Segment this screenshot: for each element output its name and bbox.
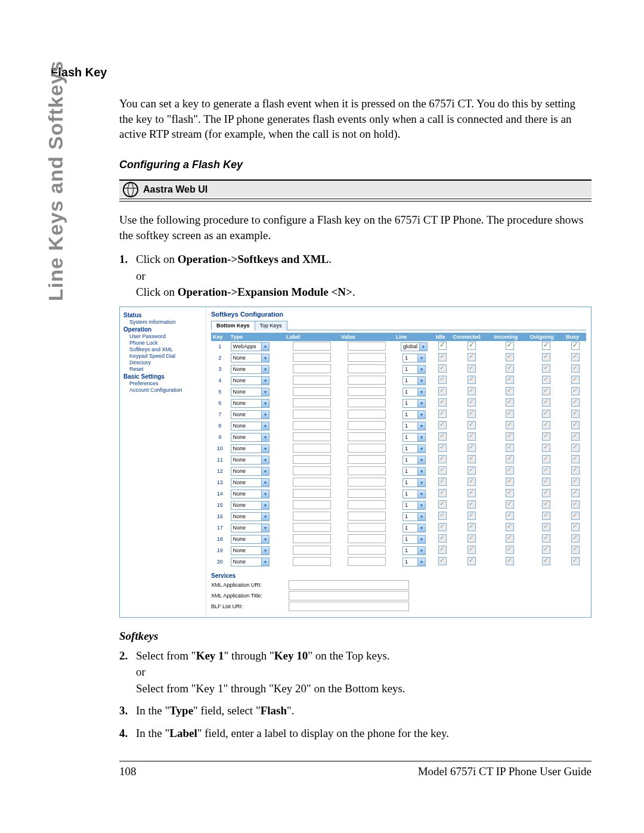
value-input[interactable] <box>348 376 386 385</box>
state-checkbox[interactable] <box>467 398 476 407</box>
type-select[interactable]: None▾ <box>231 376 270 385</box>
value-input[interactable] <box>348 489 386 498</box>
type-select[interactable]: None▾ <box>231 388 270 397</box>
line-select[interactable]: 1▾ <box>402 501 426 510</box>
state-checkbox[interactable] <box>506 489 514 497</box>
state-checkbox[interactable] <box>467 546 476 554</box>
type-select[interactable]: None▾ <box>231 490 270 498</box>
label-input[interactable] <box>293 376 331 385</box>
value-input[interactable] <box>348 353 386 362</box>
state-checkbox[interactable] <box>506 387 514 395</box>
state-checkbox[interactable] <box>542 364 550 373</box>
label-input[interactable] <box>293 364 331 373</box>
state-checkbox[interactable] <box>467 410 476 418</box>
state-checkbox[interactable] <box>542 421 550 429</box>
nav-prefs[interactable]: Preferences <box>129 380 205 386</box>
value-input[interactable] <box>348 557 386 566</box>
type-select[interactable]: None▾ <box>231 444 270 453</box>
type-select[interactable]: None▾ <box>231 365 270 374</box>
state-checkbox[interactable] <box>571 523 580 531</box>
state-checkbox[interactable] <box>467 455 476 463</box>
type-select[interactable]: None▾ <box>231 512 270 521</box>
state-checkbox[interactable] <box>438 342 447 350</box>
xml-app-title-input[interactable] <box>289 591 409 600</box>
state-checkbox[interactable] <box>438 466 447 475</box>
label-input[interactable] <box>293 512 331 521</box>
label-input[interactable] <box>293 353 331 362</box>
state-checkbox[interactable] <box>542 376 550 384</box>
state-checkbox[interactable] <box>542 387 550 395</box>
nav-directory[interactable]: Directory <box>129 360 205 366</box>
type-select[interactable]: WebApps▾ <box>231 342 270 351</box>
state-checkbox[interactable] <box>571 500 580 509</box>
xml-app-uri-input[interactable] <box>289 580 409 590</box>
state-checkbox[interactable] <box>467 478 476 486</box>
state-checkbox[interactable] <box>438 444 447 452</box>
line-select[interactable]: 1▾ <box>402 467 426 476</box>
label-input[interactable] <box>293 489 331 498</box>
line-select[interactable]: 1▾ <box>402 558 426 566</box>
value-input[interactable] <box>348 398 386 407</box>
state-checkbox[interactable] <box>542 455 550 463</box>
state-checkbox[interactable] <box>571 410 580 418</box>
state-checkbox[interactable] <box>542 534 550 543</box>
label-input[interactable] <box>293 432 331 441</box>
line-select[interactable]: 1▾ <box>402 490 426 498</box>
line-select[interactable]: 1▾ <box>402 388 426 397</box>
state-checkbox[interactable] <box>506 353 514 361</box>
state-checkbox[interactable] <box>438 478 447 486</box>
state-checkbox[interactable] <box>467 557 476 565</box>
state-checkbox[interactable] <box>506 523 514 531</box>
state-checkbox[interactable] <box>438 410 447 418</box>
state-checkbox[interactable] <box>571 489 580 497</box>
line-select[interactable]: 1▾ <box>402 399 426 408</box>
line-select[interactable]: 1▾ <box>402 444 426 453</box>
state-checkbox[interactable] <box>571 444 580 452</box>
nav-operation[interactable]: Operation <box>123 326 205 333</box>
nav-userpw[interactable]: User Password <box>129 333 205 339</box>
state-checkbox[interactable] <box>571 376 580 384</box>
type-select[interactable]: None▾ <box>231 433 270 442</box>
type-select[interactable]: None▾ <box>231 558 270 566</box>
value-input[interactable] <box>348 364 386 373</box>
line-select[interactable]: 1▾ <box>402 478 426 487</box>
label-input[interactable] <box>293 466 331 475</box>
state-checkbox[interactable] <box>571 342 580 350</box>
state-checkbox[interactable] <box>571 478 580 486</box>
label-input[interactable] <box>293 534 331 543</box>
state-checkbox[interactable] <box>571 557 580 565</box>
label-input[interactable] <box>293 478 331 487</box>
type-select[interactable]: None▾ <box>231 456 270 465</box>
state-checkbox[interactable] <box>571 455 580 463</box>
nav-softxml[interactable]: Softkeys and XML <box>129 346 205 352</box>
line-select[interactable]: 1▾ <box>402 512 426 521</box>
type-select[interactable]: None▾ <box>231 546 270 555</box>
label-input[interactable] <box>293 342 331 351</box>
label-input[interactable] <box>293 546 331 555</box>
state-checkbox[interactable] <box>506 500 514 509</box>
value-input[interactable] <box>348 500 386 509</box>
state-checkbox[interactable] <box>467 353 476 361</box>
state-checkbox[interactable] <box>542 557 550 565</box>
value-input[interactable] <box>348 421 386 430</box>
line-select[interactable]: 1▾ <box>402 422 426 431</box>
state-checkbox[interactable] <box>467 489 476 497</box>
state-checkbox[interactable] <box>467 444 476 452</box>
state-checkbox[interactable] <box>438 512 447 520</box>
value-input[interactable] <box>348 387 386 396</box>
label-input[interactable] <box>293 410 331 419</box>
type-select[interactable]: None▾ <box>231 399 270 408</box>
type-select[interactable]: None▾ <box>231 524 270 532</box>
value-input[interactable] <box>348 534 386 543</box>
state-checkbox[interactable] <box>506 455 514 463</box>
state-checkbox[interactable] <box>542 342 550 350</box>
type-select[interactable]: None▾ <box>231 410 270 419</box>
state-checkbox[interactable] <box>467 534 476 543</box>
state-checkbox[interactable] <box>571 353 580 361</box>
line-select[interactable]: global▾ <box>401 342 428 351</box>
state-checkbox[interactable] <box>506 512 514 520</box>
value-input[interactable] <box>348 512 386 521</box>
state-checkbox[interactable] <box>571 466 580 475</box>
nav-reset[interactable]: Reset <box>129 366 205 372</box>
line-select[interactable]: 1▾ <box>402 524 426 532</box>
